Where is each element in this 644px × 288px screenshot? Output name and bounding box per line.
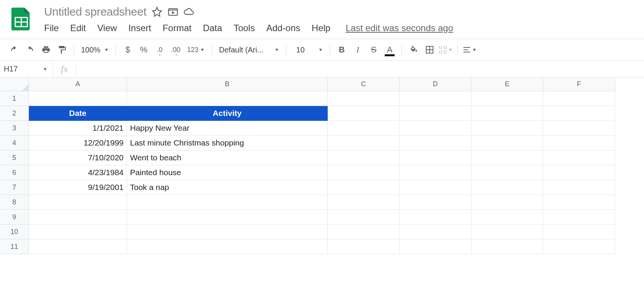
increase-decimal-button[interactable]: .00→ (168, 43, 183, 57)
cell[interactable] (29, 225, 127, 239)
formula-input[interactable] (76, 61, 644, 77)
menu-edit[interactable]: Edit (70, 23, 86, 33)
cell[interactable] (471, 150, 543, 165)
strikethrough-button[interactable]: S (366, 43, 381, 57)
cell[interactable] (543, 195, 615, 210)
cell[interactable] (127, 210, 328, 225)
cell[interactable] (127, 239, 328, 254)
print-button[interactable] (39, 43, 53, 57)
column-header[interactable]: F (543, 78, 615, 91)
cell[interactable] (400, 239, 471, 254)
cell[interactable] (400, 91, 471, 106)
cell[interactable]: 4/23/1984 (29, 165, 127, 180)
column-header[interactable]: C (328, 78, 400, 91)
row-header[interactable]: 1 (0, 91, 29, 106)
cell[interactable] (328, 136, 400, 150)
column-header[interactable]: A (29, 78, 127, 91)
cell[interactable] (400, 121, 471, 136)
row-header[interactable]: 6 (0, 165, 29, 180)
cell[interactable] (543, 225, 615, 239)
italic-button[interactable]: I (351, 43, 365, 57)
row-header[interactable]: 8 (0, 195, 29, 210)
menu-insert[interactable]: Insert (128, 23, 151, 33)
cell[interactable] (328, 121, 400, 136)
zoom-select[interactable]: 100%▼ (79, 46, 111, 54)
row-header[interactable]: 2 (0, 106, 29, 121)
cell[interactable] (471, 106, 543, 121)
cell[interactable] (328, 239, 400, 254)
star-icon[interactable] (152, 6, 162, 17)
cell[interactable] (127, 91, 328, 106)
cell[interactable] (127, 195, 328, 210)
cell[interactable] (543, 239, 615, 254)
cell[interactable] (29, 210, 127, 225)
text-color-button[interactable]: A (382, 43, 397, 57)
cell[interactable] (543, 150, 615, 165)
cell[interactable] (543, 106, 615, 121)
cell[interactable]: Took a nap (127, 180, 328, 195)
cell[interactable] (328, 91, 400, 106)
font-family-select[interactable]: Default (Ari...▼ (217, 46, 281, 54)
cell[interactable] (471, 225, 543, 239)
select-all-corner[interactable] (0, 78, 29, 91)
font-size-select[interactable]: 10▼ (291, 46, 325, 54)
sheets-logo-icon[interactable] (9, 6, 33, 30)
menu-addons[interactable]: Add-ons (266, 23, 300, 33)
cell[interactable] (471, 239, 543, 254)
row-header[interactable]: 9 (0, 210, 29, 225)
column-header[interactable]: B (127, 78, 328, 91)
cell[interactable] (29, 91, 127, 106)
row-header[interactable]: 10 (0, 225, 29, 239)
cell[interactable]: Activity (127, 106, 328, 121)
row-header[interactable]: 7 (0, 180, 29, 195)
column-header[interactable]: E (471, 78, 543, 91)
name-box[interactable]: H17▼ (0, 61, 53, 77)
cell[interactable] (328, 165, 400, 180)
cell[interactable] (328, 180, 400, 195)
menu-data[interactable]: Data (203, 23, 222, 33)
row-header[interactable]: 4 (0, 136, 29, 150)
cell[interactable] (400, 225, 471, 239)
menu-format[interactable]: Format (163, 23, 192, 33)
menu-help[interactable]: Help (312, 23, 330, 33)
horizontal-align-button[interactable]: ▼ (462, 43, 477, 57)
cloud-status-icon[interactable] (184, 6, 194, 17)
bold-button[interactable]: B (335, 43, 349, 57)
cell[interactable]: Went to beach (127, 150, 328, 165)
cell[interactable] (543, 91, 615, 106)
cell[interactable]: Date (29, 106, 127, 121)
cell[interactable] (400, 210, 471, 225)
cell[interactable] (328, 150, 400, 165)
cell[interactable] (29, 239, 127, 254)
cell[interactable] (400, 180, 471, 195)
cell[interactable] (543, 136, 615, 150)
row-header[interactable]: 3 (0, 121, 29, 136)
cell[interactable] (471, 210, 543, 225)
row-header[interactable]: 5 (0, 150, 29, 165)
decrease-decimal-button[interactable]: .0← (152, 43, 167, 57)
cell[interactable] (400, 195, 471, 210)
cell[interactable] (543, 121, 615, 136)
cell[interactable]: Happy New Year (127, 121, 328, 136)
menu-tools[interactable]: Tools (233, 23, 255, 33)
document-title[interactable]: Untitled spreadsheet (44, 5, 146, 18)
last-edit-link[interactable]: Last edit was seconds ago (346, 23, 453, 33)
cell[interactable] (543, 165, 615, 180)
cell[interactable] (471, 91, 543, 106)
paint-format-button[interactable] (55, 43, 69, 57)
menu-file[interactable]: File (44, 23, 59, 33)
cell[interactable] (29, 195, 127, 210)
merge-cells-button[interactable]: ▼ (438, 43, 453, 57)
redo-button[interactable] (23, 43, 37, 57)
cell[interactable] (471, 195, 543, 210)
format-percent-button[interactable]: % (136, 43, 151, 57)
borders-button[interactable] (422, 43, 437, 57)
cell[interactable] (400, 150, 471, 165)
menu-view[interactable]: View (97, 23, 117, 33)
cell[interactable] (543, 210, 615, 225)
cell[interactable] (400, 106, 471, 121)
cell[interactable] (471, 165, 543, 180)
cell[interactable] (400, 165, 471, 180)
cell[interactable]: 7/10/2020 (29, 150, 127, 165)
column-header[interactable]: D (400, 78, 471, 91)
